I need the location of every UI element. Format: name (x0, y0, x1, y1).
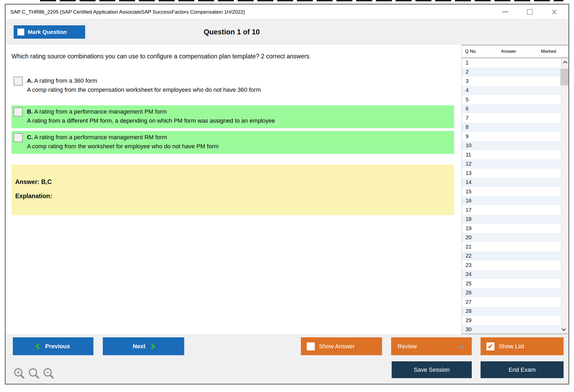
column-header-marked: Marked (529, 49, 568, 54)
end-exam-button[interactable]: End Exam (481, 361, 564, 378)
list-row[interactable]: 19 (462, 224, 560, 233)
row-qno: 7 (462, 115, 489, 121)
minimize-button[interactable] (501, 7, 510, 17)
list-row[interactable]: 15 (462, 187, 560, 196)
list-row[interactable]: 22 (462, 251, 560, 261)
previous-button[interactable]: Previous (13, 337, 93, 355)
window-controls: × (501, 7, 568, 17)
save-session-label: Save Session (414, 366, 450, 373)
row-qno: 29 (462, 317, 489, 323)
zoom-out-icon[interactable]: − (44, 368, 52, 377)
content-area: Which rating source combinations you can… (6, 45, 568, 334)
list-row[interactable]: 26 (462, 288, 560, 298)
app-window: SAP C_THR86_2205 (SAP Certified Applicat… (5, 4, 569, 385)
question-text: Which rating source combinations you can… (11, 53, 462, 60)
list-row[interactable]: 11 (462, 150, 560, 159)
save-session-button[interactable]: Save Session (392, 361, 472, 378)
option-line1: A rating from a 360 form (34, 77, 97, 84)
list-row[interactable]: 9 (462, 132, 560, 141)
row-qno: 18 (462, 216, 489, 222)
row-qno: 2 (462, 69, 489, 75)
row-qno: 24 (462, 271, 489, 277)
list-row[interactable]: 10 (462, 141, 560, 150)
minimize-icon (502, 11, 508, 12)
option-line2: A comp rating from the worksheet for emp… (27, 142, 451, 151)
list-row[interactable]: 28 (462, 307, 560, 316)
list-row[interactable]: 25 (462, 279, 560, 288)
row-qno: 8 (462, 124, 489, 130)
row-qno: 23 (462, 262, 489, 268)
scrollbar-thumb[interactable] (560, 69, 568, 85)
option-letter: A. (27, 77, 33, 84)
list-row[interactable]: 24 (462, 270, 560, 279)
close-button[interactable]: × (550, 7, 559, 17)
show-answer-button[interactable]: ✔ Show Answer (301, 337, 382, 355)
explanation-label: Explanation: (15, 193, 449, 200)
row-qno: 20 (462, 234, 489, 241)
list-row[interactable]: 14 (462, 178, 560, 187)
maximize-button[interactable] (525, 7, 534, 17)
row-qno: 22 (462, 253, 489, 259)
option-a-checkbox[interactable] (14, 77, 23, 86)
list-row[interactable]: 13 (462, 169, 560, 178)
next-button[interactable]: Next (103, 337, 184, 355)
magnifier-icon[interactable] (29, 368, 37, 377)
show-list-checkbox[interactable]: ✔ (486, 342, 494, 350)
list-row[interactable]: 3 (462, 77, 560, 86)
list-row[interactable]: 6 (462, 104, 560, 114)
list-row[interactable]: 30 (462, 325, 560, 334)
chevron-right-icon (149, 343, 155, 349)
list-row[interactable]: 20 (462, 233, 560, 242)
triangle-up-icon (459, 345, 465, 348)
row-qno: 6 (462, 106, 489, 112)
answer-label: Answer: B,C (15, 178, 449, 186)
list-row[interactable]: 16 (462, 196, 560, 206)
option-line2: A rating from a different PM form, a dep… (27, 116, 451, 125)
show-list-button[interactable]: ✔ Show List (481, 337, 564, 355)
row-qno: 15 (462, 189, 489, 195)
scroll-down-button[interactable] (560, 324, 568, 334)
chevron-up-icon (563, 61, 567, 65)
question-list-scrollbar[interactable] (560, 58, 568, 334)
list-row[interactable]: 4 (462, 86, 560, 95)
list-row[interactable]: 1 (462, 58, 560, 67)
list-row[interactable]: 12 (462, 159, 560, 169)
options-list: A. A rating from a 360 form A comp ratin… (11, 74, 462, 154)
option-a[interactable]: A. A rating from a 360 form A comp ratin… (11, 74, 454, 97)
review-label: Review (398, 343, 417, 350)
list-row[interactable]: 17 (462, 205, 560, 215)
row-qno: 1 (462, 60, 489, 66)
header-band: Mark Question Question 1 of 10 (6, 19, 568, 45)
list-row[interactable]: 7 (462, 113, 560, 123)
list-row[interactable]: 18 (462, 215, 560, 224)
option-c[interactable]: C. A rating from a performance managemen… (11, 131, 454, 154)
list-row[interactable]: 23 (462, 261, 560, 270)
option-letter: B. (27, 108, 33, 115)
row-qno: 10 (462, 142, 489, 149)
close-icon: × (551, 7, 557, 17)
list-row[interactable]: 29 (462, 316, 560, 325)
option-b-checkbox[interactable] (14, 107, 23, 117)
answer-box: Answer: B,C Explanation: (11, 165, 454, 215)
show-answer-checkbox[interactable]: ✔ (307, 342, 315, 350)
row-qno: 25 (462, 281, 489, 287)
question-panel: Which rating source combinations you can… (6, 45, 462, 334)
question-list-panel: Q No. Answer Marked 12345678910111213141… (462, 45, 568, 334)
row-qno: 17 (462, 207, 489, 213)
option-c-checkbox[interactable] (14, 133, 23, 142)
list-row[interactable]: 27 (462, 297, 560, 307)
option-a-text: A. A rating from a 360 form A comp ratin… (27, 76, 451, 94)
next-label: Next (133, 343, 146, 350)
scroll-up-button[interactable] (560, 58, 568, 68)
previous-label: Previous (45, 343, 70, 350)
list-row[interactable]: 8 (462, 123, 560, 132)
list-row[interactable]: 5 (462, 95, 560, 104)
row-qno: 16 (462, 198, 489, 204)
option-b[interactable]: B. A rating from a performance managemen… (11, 105, 454, 128)
list-row[interactable]: 21 (462, 242, 560, 251)
end-exam-label: End Exam (509, 366, 536, 373)
screen-edge-artifact (40, 0, 563, 1)
zoom-in-icon[interactable]: + (14, 368, 22, 377)
list-row[interactable]: 2 (462, 67, 560, 77)
review-button[interactable]: Review (391, 337, 472, 355)
